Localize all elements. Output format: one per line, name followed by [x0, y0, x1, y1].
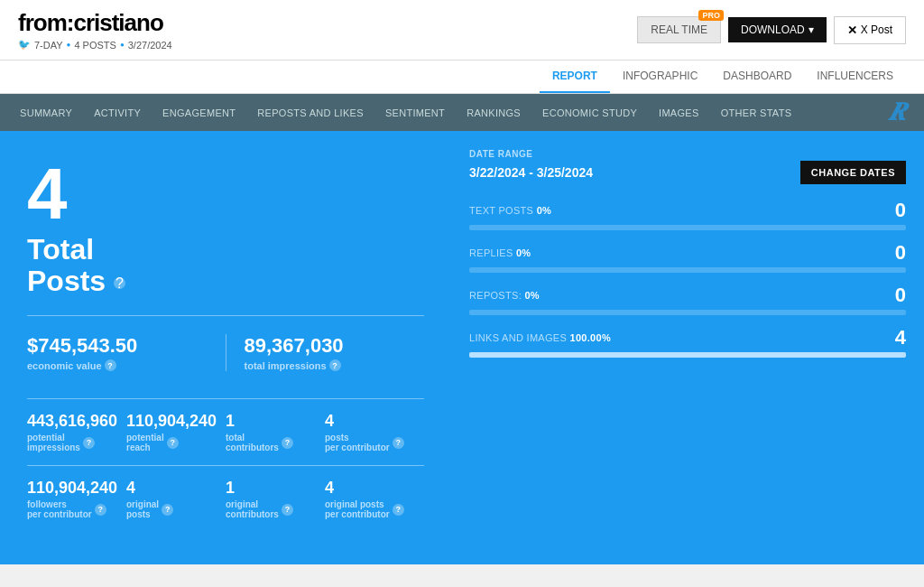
subnav-images[interactable]: IMAGES	[648, 98, 710, 127]
text-posts-bar-bg	[469, 225, 906, 230]
bottom-stats: 443,616,960 potentialimpressions ? 110,9…	[27, 398, 424, 532]
reposts-percent: 0%	[524, 290, 540, 301]
x-icon: ✕	[847, 23, 857, 37]
ppc-question[interactable]: ?	[393, 437, 404, 449]
metric-replies: REPLIES 0% 0	[469, 241, 906, 273]
text-posts-value: 0	[895, 199, 906, 222]
metric-replies-label: REPLIES 0%	[469, 247, 531, 258]
total-contributors-value: 1	[226, 412, 325, 431]
pi-question[interactable]: ?	[83, 437, 95, 449]
divider-1	[27, 315, 424, 316]
total-posts-label: Total Posts ?	[27, 234, 424, 297]
economic-question[interactable]: ?	[105, 359, 116, 371]
download-button[interactable]: DOWNLOAD ▾	[728, 17, 827, 42]
total-label-2: Posts	[27, 265, 106, 297]
links-images-bar-bg	[469, 352, 906, 358]
original-posts-per-contributor-label: original postsper contributor ?	[325, 499, 424, 519]
potential-impressions-value: 443,616,960	[27, 412, 126, 431]
replies-bar-bg	[469, 267, 906, 273]
metric-text-posts-header: TEXT POSTS 0% 0	[469, 199, 906, 222]
original-posts-per-contributor-block: 4 original postsper contributor ?	[325, 479, 424, 519]
realtime-button[interactable]: PRO REAL TIME	[637, 16, 721, 43]
total-posts-number: 4	[27, 158, 424, 230]
impressions-label: total impressions ?	[245, 359, 425, 371]
original-contributors-label: originalcontributors ?	[226, 499, 325, 519]
original-posts-label: originalposts ?	[126, 499, 226, 519]
replies-percent: 0%	[516, 247, 531, 258]
metric-replies-header: REPLIES 0% 0	[469, 241, 906, 265]
subnav-activity[interactable]: ACTIVITY	[83, 98, 152, 127]
subnav-sentiment[interactable]: SENTIMENT	[374, 98, 456, 127]
tab-dashboard[interactable]: DASHBOARD	[710, 61, 804, 93]
twitter-icon: 🐦	[18, 39, 31, 51]
fpc-question[interactable]: ?	[95, 504, 106, 516]
change-dates-button[interactable]: CHANGE DATES	[800, 161, 906, 184]
tc-question[interactable]: ?	[282, 437, 293, 449]
header-left: from:cristiano 🐦 7-DAY ● 4 POSTS ● 3/27/…	[18, 9, 172, 51]
potential-impressions-block: 443,616,960 potentialimpressions ?	[27, 412, 126, 452]
original-posts-per-contributor-value: 4	[325, 479, 424, 498]
date-range-section: DATE RANGE 3/22/2024 - 3/25/2024 CHANGE …	[469, 149, 906, 184]
metric-text-posts: TEXT POSTS 0% 0	[469, 199, 906, 230]
date-range-row: 3/22/2024 - 3/25/2024 CHANGE DATES	[469, 161, 906, 184]
chevron-down-icon: ▾	[808, 23, 814, 36]
total-contributors-label: totalcontributors ?	[226, 433, 325, 452]
subnav-summary[interactable]: SUMMARY	[9, 98, 83, 127]
reposts-value: 0	[895, 284, 906, 307]
subnav-reposts[interactable]: REPOSTS AND LIKES	[246, 98, 374, 127]
meta-period: 7-DAY	[34, 40, 63, 51]
bottom-stats-row-2: 110,904,240 followersper contributor ? 4…	[27, 465, 424, 532]
impressions-question[interactable]: ?	[329, 359, 341, 371]
sub-nav: SUMMARY ACTIVITY ENGAGEMENT REPOSTS AND …	[0, 94, 924, 131]
op-question[interactable]: ?	[162, 504, 173, 516]
bottom-stats-row-1: 443,616,960 potentialimpressions ? 110,9…	[27, 398, 424, 465]
date-range-value: 3/22/2024 - 3/25/2024	[469, 165, 593, 180]
pro-badge: PRO	[698, 10, 724, 21]
links-images-value: 4	[895, 326, 906, 349]
original-posts-block: 4 originalposts ?	[126, 479, 226, 519]
potential-impressions-label: potentialimpressions ?	[27, 433, 126, 452]
tab-report[interactable]: REPORT	[540, 61, 610, 93]
main-content: 4 Total Posts ? $745,543.50 economic val…	[0, 131, 924, 564]
right-panel: DATE RANGE 3/22/2024 - 3/25/2024 CHANGE …	[451, 131, 924, 564]
top-nav: REPORT INFOGRAPHIC DASHBOARD INFLUENCERS	[0, 61, 924, 94]
text-posts-percent: 0%	[537, 205, 552, 216]
metric-links-images-label: LINKS AND IMAGES 100.00%	[469, 332, 611, 343]
subnav-economic[interactable]: ECONOMIC STUDY	[531, 98, 648, 127]
download-label: DOWNLOAD	[741, 23, 805, 36]
key-stats-row: $745,543.50 economic value ? 89,367,030 …	[27, 334, 424, 371]
subnav-engagement[interactable]: ENGAGEMENT	[152, 98, 246, 127]
oppc-question[interactable]: ?	[393, 504, 404, 516]
total-impressions: 89,367,030	[245, 334, 425, 358]
original-contributors-block: 1 originalcontributors ?	[226, 479, 325, 519]
xpost-label: X Post	[861, 23, 892, 36]
followers-per-contributor-value: 110,904,240	[27, 479, 126, 498]
metric-reposts-label: REPOSTS: 0%	[469, 290, 540, 301]
subnav-otherstats[interactable]: OTHER STATS	[710, 98, 803, 127]
metric-reposts: REPOSTS: 0% 0	[469, 284, 906, 315]
tab-infographic[interactable]: INFOGRAPHIC	[610, 61, 710, 93]
total-label-1: Total	[27, 233, 94, 266]
header: from:cristiano 🐦 7-DAY ● 4 POSTS ● 3/27/…	[0, 0, 924, 61]
oc-question[interactable]: ?	[282, 504, 293, 516]
xpost-button[interactable]: ✕ X Post	[834, 16, 906, 44]
followers-per-contributor-label: followersper contributor ?	[27, 499, 126, 519]
total-posts-question[interactable]: ?	[114, 277, 125, 289]
economic-value: $745,543.50	[27, 334, 208, 358]
replies-value: 0	[895, 241, 906, 265]
dot-2: ●	[120, 41, 125, 49]
header-meta: 🐦 7-DAY ● 4 POSTS ● 3/27/2024	[18, 39, 172, 51]
metric-links-images: LINKS AND IMAGES 100.00% 4	[469, 326, 906, 358]
pr-question[interactable]: ?	[167, 437, 179, 449]
meta-posts: 4 POSTS	[74, 40, 116, 51]
meta-date: 3/27/2024	[128, 40, 172, 51]
metrics-container: TEXT POSTS 0% 0 REPLIES 0% 0	[469, 199, 906, 358]
metric-reposts-header: REPOSTS: 0% 0	[469, 284, 906, 307]
sub-nav-brand-logo: 𝑹	[880, 94, 915, 131]
links-images-percent: 100.00%	[569, 332, 611, 343]
left-panel: 4 Total Posts ? $745,543.50 economic val…	[0, 131, 451, 564]
metric-links-images-header: LINKS AND IMAGES 100.00% 4	[469, 326, 906, 349]
subnav-rankings[interactable]: RANKINGS	[456, 98, 531, 127]
original-contributors-value: 1	[226, 479, 325, 498]
tab-influencers[interactable]: INFLUENCERS	[804, 61, 906, 93]
